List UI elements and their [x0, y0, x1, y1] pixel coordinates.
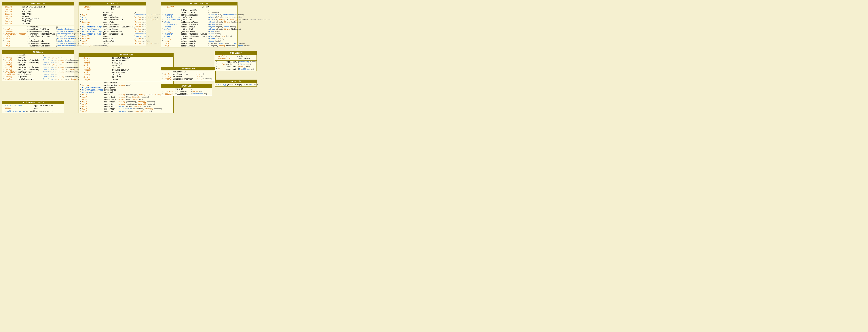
xml-factory-header: XMLFactory	[215, 51, 256, 55]
reflection-utils-header: ReflectionUtils	[161, 2, 237, 5]
file-utils-fields: StringbasePath Loggerlog	[79, 5, 146, 11]
struts2-utils-box: Struts2Utils StringENCODING_DEFAULT Stri…	[79, 53, 174, 113]
convert-utils-methods: *ConvertUtils() *Stringbyte2HexString(by…	[161, 70, 215, 81]
reflection-utils-methods: ReflectionUtils() *TcloneInstance(T inst…	[161, 8, 237, 48]
sort-utils-methods: *Entry[]getSortedMapByValue(Map map)	[215, 83, 256, 86]
pki-utils-header: PKIUtils	[2, 51, 74, 54]
convert-utils-box: ConvertUtils *ConvertUtils() *Stringbyte…	[161, 67, 216, 81]
servlet-utils-header: ServletUtils	[2, 2, 74, 5]
xml-utils-header: XMLUtils	[161, 84, 212, 88]
reflection-utils-fields: Loggerlogger	[161, 5, 237, 8]
xml-factory-box: XMLFactory Marshallermarshaller Unmarsha…	[215, 51, 257, 71]
spring-context-utils-fields: ApplicationContextapplicationContext Log…	[2, 104, 64, 110]
xml-factory-fields: Marshallermarshaller Unmarshallerunmarsh…	[215, 55, 256, 60]
file-utils-methods: FileUtils() *voidcopyFile(InputStream in…	[79, 11, 146, 45]
pki-utils-box: PKIUtils PKIUtils() *byte[]decrypt(Key k…	[2, 50, 74, 81]
struts2-utils-methods: Struts2Utils() *StringgetParameter(Strin…	[79, 81, 174, 113]
spring-context-utils-box: SpringContextUtils ApplicationContextapp…	[2, 101, 64, 113]
struts2-utils-header: Struts2Utils	[79, 53, 174, 57]
pki-utils-methods: PKIUtils() *byte[]decrypt(Key key, byte[…	[2, 54, 74, 81]
spring-context-utils-header: SpringContextUtils	[2, 101, 64, 104]
diagram-container: ServletUtils StringAUTHENTICATION_HEADER…	[2, 2, 258, 112]
sort-utils-header: SortUtils	[215, 80, 256, 83]
xml-utils-box: XMLUtils XMLUtils() *booleanvalidateXML(…	[161, 84, 212, 96]
convert-utils-header: ConvertUtils	[161, 67, 215, 70]
spring-context-utils-methods: *ApplicationContextgetApplicationContext…	[2, 110, 64, 113]
servlet-utils-methods: ServletUtils() *booleancheckIfModifiedSi…	[2, 25, 74, 48]
xml-factory-methods: *XMLFactory(Class<?>[] types) *Stringmar…	[215, 60, 256, 71]
sort-utils-box: SortUtils *Entry[]getSortedMapByValue(Ma…	[215, 80, 257, 86]
servlet-utils-fields: StringAUTHENTICATION_HEADER StringEXCEL_…	[2, 5, 74, 25]
file-utils-box: FileUtils StringbasePath Loggerlog FileU…	[79, 2, 146, 45]
file-utils-header: FileUtils	[79, 2, 146, 5]
servlet-utils-box: ServletUtils StringAUTHENTICATION_HEADER…	[2, 2, 74, 48]
reflection-utils-box: ReflectionUtils Loggerlogger ReflectionU…	[161, 2, 238, 48]
xml-utils-methods: XMLUtils() *booleanvalidateXML(String xm…	[161, 88, 212, 96]
struts2-utils-fields: StringENCODING_DEFAULT StringENCODING_PR…	[79, 57, 174, 81]
